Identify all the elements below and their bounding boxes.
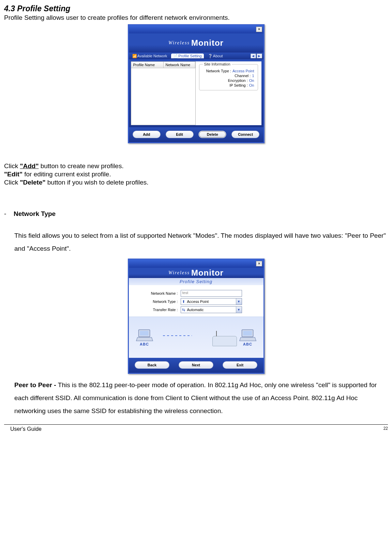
profile-list-header: Profile Name Network Name (131, 62, 195, 68)
tab-profile-label: Profile Setting (178, 54, 201, 58)
router-icon (212, 336, 237, 346)
illus-label-left: ABC (140, 342, 149, 346)
transfer-rate-value: Automatic (186, 308, 236, 312)
network-name-label: Network Name : (134, 291, 181, 295)
brand-wireless: Wireless (168, 40, 190, 46)
wireless-link-line (163, 335, 192, 336)
delete-button[interactable]: Delete (198, 131, 226, 138)
back-button[interactable]: Back (135, 361, 169, 369)
profile-list[interactable]: Profile Name Network Name (131, 61, 196, 125)
svg-rect-2 (140, 331, 149, 336)
edit-keyword: "Edit" (4, 171, 22, 178)
add-keyword: "Add" (20, 162, 39, 170)
network-type-combo[interactable]: ⬆ Access Point ▼ (181, 298, 242, 305)
tab-about-label: About (213, 54, 223, 58)
exit-button[interactable]: Exit (223, 361, 257, 369)
brand-monitor: Monitor (191, 268, 224, 278)
peer-text: This is the 802.11g peer-to-peer mode of… (14, 381, 377, 414)
laptop-icon (136, 328, 153, 342)
text: Click (4, 179, 20, 186)
laptop-left: ABC (136, 328, 153, 346)
instr-delete: Click "Delete" button if you wish to del… (4, 179, 388, 186)
network-type-description: This field allows you to select from a l… (14, 229, 388, 255)
app-title-empty (130, 262, 131, 266)
si-value: On (249, 78, 254, 83)
laptop-right: ABC (239, 328, 257, 346)
text: Click (4, 162, 20, 170)
peer-to-peer-description: Peer to Peer - This is the 802.11g peer-… (14, 379, 388, 418)
brand-bar: Wireless Monitor (129, 33, 263, 53)
add-button[interactable]: Add (133, 131, 161, 138)
signal-icon: 📶 (132, 54, 136, 58)
instr-edit: "Edit" for editing current exist profile… (4, 171, 388, 178)
rate-icon: ⇆ (181, 308, 186, 312)
text: for editing current exist profile. (22, 171, 111, 178)
tab-scroll-left-icon[interactable]: ◀ (251, 54, 256, 58)
network-type-heading: - Network Type (4, 210, 388, 218)
site-info-legend: Site Information (203, 62, 232, 66)
illus-label-right: ABC (243, 342, 252, 346)
si-label: IP Setting : (229, 83, 248, 87)
connect-button[interactable]: Connect (231, 131, 259, 138)
si-value: 1 (252, 74, 254, 78)
transfer-rate-combo[interactable]: ⇆ Automatic ▼ (181, 306, 242, 313)
si-label: Network Type : (206, 69, 231, 73)
footer-rule (4, 424, 388, 425)
tab-scroll-right-icon[interactable]: ▶ (257, 54, 262, 58)
tab-about[interactable]: ❔ About (206, 54, 225, 58)
brand-wireless: Wireless (168, 270, 190, 276)
laptop-icon (239, 328, 257, 342)
chevron-down-icon[interactable]: ▼ (236, 298, 242, 305)
network-type-label: Network Type : (134, 299, 181, 304)
wizard-subtitle: Profile Setting (129, 278, 263, 285)
titlebar: ✕ (129, 25, 263, 33)
site-information: Site Information Network Type :Access Po… (196, 61, 261, 125)
titlebar: ✕ (129, 260, 263, 268)
chevron-down-icon[interactable]: ▼ (236, 307, 242, 313)
instr-add: Click "Add" button to create new profile… (4, 162, 388, 170)
si-label: Encryption : (228, 78, 248, 83)
next-button[interactable]: Next (179, 361, 213, 369)
close-icon[interactable]: ✕ (256, 261, 262, 266)
wizard-button-row: Back Next Exit (129, 358, 263, 373)
wireless-monitor-window-profiles: ✕ Wireless Monitor 📶 Available Network 📄… (128, 24, 265, 143)
network-type-value: Access Point (186, 299, 236, 304)
tab-strip: 📶 Available Network 📄 Profile Setting ❔ … (129, 53, 263, 59)
svg-rect-5 (243, 331, 252, 336)
delete-keyword: "Delete" (20, 179, 45, 186)
tab-available-network[interactable]: 📶 Available Network (130, 54, 169, 58)
antenna-icon: ⬆ (181, 299, 186, 304)
intro-text: Profile Setting allows user to create pr… (4, 14, 388, 21)
transfer-rate-label: Transfer Rate : (134, 308, 181, 312)
page-number: 22 (383, 426, 388, 432)
help-icon: ❔ (208, 54, 212, 58)
profile-icon: 📄 (173, 54, 177, 58)
text: button if you wish to delete profiles. (46, 179, 149, 186)
button-row: Add Edit Delete Connect (129, 127, 263, 142)
illustration: ABC ABC (129, 317, 263, 358)
text: button to create new profiles. (41, 162, 124, 170)
wizard-form: Network Name : test Network Type : ⬆ Acc… (129, 285, 263, 317)
footer-guide: User's Guide (10, 426, 42, 432)
network-name-input[interactable]: test (181, 290, 242, 297)
close-icon[interactable]: ✕ (256, 27, 262, 32)
si-value: Access Point (232, 69, 254, 73)
app-title-empty (130, 27, 131, 31)
dash-icon: - (4, 210, 7, 218)
tab-profile-setting[interactable]: 📄 Profile Setting (171, 54, 203, 58)
brand-monitor: Monitor (191, 38, 224, 48)
edit-button[interactable]: Edit (166, 131, 194, 138)
section-heading: 4.3 Profile Setting (4, 4, 388, 13)
network-type-label: Network Type (14, 210, 56, 218)
wireless-monitor-window-wizard: ✕ Wireless Monitor Profile Setting Netwo… (128, 259, 265, 374)
col-profile-name: Profile Name (131, 62, 164, 68)
si-value: On (249, 83, 254, 87)
si-label: Channel : (235, 74, 251, 78)
brand-bar: Wireless Monitor (129, 268, 263, 278)
peer-label: Peer to Peer - (14, 381, 58, 389)
tab-available-label: Available Network (137, 54, 167, 58)
col-network-name: Network Name (164, 62, 195, 68)
